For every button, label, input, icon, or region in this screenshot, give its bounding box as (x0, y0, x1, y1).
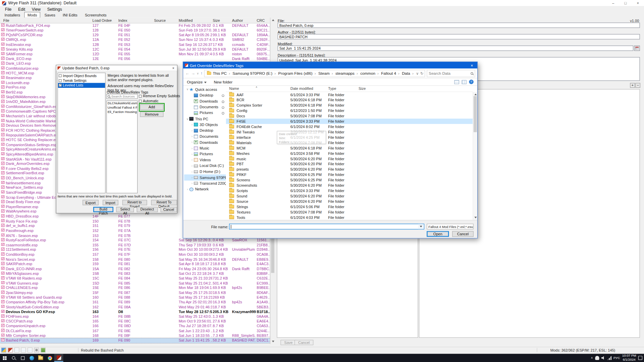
folder-row[interactable]: Materials 5/30/2024 7:08 PM File folder (226, 140, 473, 145)
mod-active-checkbox[interactable] (1, 90, 4, 93)
mod-active-checkbox[interactable] (1, 195, 4, 198)
mod-active-checkbox[interactable] (1, 314, 4, 317)
breadcrumb-item[interactable]: steamapps (334, 71, 359, 75)
mod-active-checkbox[interactable] (1, 147, 4, 150)
tab[interactable]: Screenshots (82, 12, 110, 18)
file-name-field[interactable] (278, 22, 640, 28)
onedrive-icon[interactable] (595, 356, 599, 360)
statusbar-wrye-icon[interactable] (8, 348, 13, 353)
organize-button[interactable]: Organize (187, 80, 206, 84)
mod-active-checkbox[interactable] (1, 33, 4, 36)
address-dropdown-icon[interactable]: ∨ (416, 71, 419, 75)
mod-active-checkbox[interactable] (1, 286, 4, 289)
menu-item[interactable]: View (29, 7, 44, 11)
mod-row[interactable]: CompanionUnpatch.esp 166 FE 08D Thu Jul … (0, 324, 270, 329)
mod-active-checkbox[interactable] (1, 324, 4, 327)
mod-row[interactable]: SAMFormer.esp 12D FE 055 Mon Nov 21 09:3… (0, 52, 270, 57)
menu-item[interactable]: Edit (15, 7, 29, 11)
folder-row[interactable]: F4SE 6/1/2024 3:33 PM File folder (226, 119, 473, 124)
mod-active-checkbox[interactable] (1, 229, 4, 232)
search-button[interactable] (9, 354, 18, 362)
forward-icon[interactable]: → (191, 71, 195, 75)
override-sources-list[interactable]: DLCNukaWorld.esm [AR...Unofficial Fallou… (106, 101, 138, 193)
chevron-icon[interactable]: › (190, 123, 194, 126)
action-center-icon[interactable] (638, 356, 642, 360)
mod-active-checkbox[interactable] (1, 205, 4, 208)
icons-view-icon[interactable] (462, 80, 467, 84)
chevron-icon[interactable]: › (190, 170, 194, 173)
scroll-down-icon[interactable] (272, 341, 274, 342)
mod-active-checkbox[interactable] (1, 291, 4, 294)
sidebar-item[interactable]: ∨ Quick access (184, 86, 226, 93)
folder-row[interactable]: BCR 5/30/2024 6:18 PM File folder (226, 97, 473, 103)
folder-row[interactable]: Screenshots 5/30/2024 6:20 PM File folde… (226, 183, 473, 188)
mod-row[interactable]: Companion Affinity Pip-Boy Tab.esp 161 F… (0, 300, 270, 305)
mod-active-checkbox[interactable] (1, 47, 4, 50)
folder-row[interactable]: PBT 5/30/2024 6:20 PM File folder (226, 161, 473, 167)
mod-active-checkbox[interactable] (1, 28, 4, 31)
statusbar-doc-icon[interactable] (28, 348, 33, 353)
chevron-icon[interactable]: › (190, 129, 194, 132)
sidebar-item[interactable]: Desktop (184, 93, 226, 99)
mod-row[interactable]: Devious Devices GO KP.esp 163 D8 Tue May… (0, 310, 270, 314)
mod-row[interactable]: Dank_ECO-INNR.esp 15A FE 082 Fri May 24 … (0, 267, 270, 272)
scrollbar-thumb[interactable] (474, 96, 477, 132)
breadcrumb-item[interactable]: common (359, 71, 380, 75)
mod-active-checkbox[interactable] (1, 38, 4, 41)
breadcrumb-item[interactable]: This PC (212, 71, 231, 75)
taskbar-wrye-flash[interactable] (54, 354, 63, 362)
dialog-button[interactable]: Revert to Saved (122, 200, 147, 205)
mod-row[interactable]: 2pacSkimpy.esp 15F FE 087 Sat May 25 17:… (0, 291, 270, 295)
source-item[interactable]: DLCNukaWorld.esm [AR... (107, 101, 137, 106)
mod-active-checkbox[interactable] (1, 85, 4, 88)
mod-row[interactable]: ConditionBoy.esp 157 FE 07F Mon Oct 30 1… (0, 252, 270, 257)
patch-option[interactable]: Leveled Lists (58, 83, 105, 87)
mod-row[interactable]: Dank_ECO.esp 12E FE 056 Dank Rafft 594BE… (0, 57, 270, 61)
sidebar-item[interactable]: › Samsung 970PRO (E: (184, 175, 226, 181)
mod-active-checkbox[interactable] (1, 100, 4, 103)
column-index[interactable]: Index (118, 18, 127, 22)
column-file[interactable]: File (3, 18, 9, 22)
mod-active-checkbox[interactable] (1, 71, 4, 74)
chevron-icon[interactable]: › (190, 182, 194, 185)
mod-row[interactable]: RutahTattooPack_FO4.esp 127 FE 04F Fri F… (0, 23, 270, 28)
mod-active-checkbox[interactable] (1, 281, 4, 284)
mod-row[interactable]: CMRQL.esp 12A FE 052 Sun Nov 12 15:37:4.… (0, 38, 270, 43)
tab[interactable]: Installers (1, 12, 23, 18)
mod-active-checkbox[interactable] (1, 57, 4, 60)
column-modified[interactable]: Modified (179, 18, 193, 22)
mod-active-checkbox[interactable] (1, 252, 4, 255)
folder-row[interactable]: PRKF 5/30/2024 6:25 PM File folder (226, 172, 473, 177)
dialog-close-icon[interactable]: × (170, 66, 177, 70)
minimize-button[interactable]: – (607, 0, 620, 6)
dialog-button[interactable]: Export (83, 200, 98, 205)
mod-active-checkbox[interactable] (1, 105, 4, 108)
mod-active-checkbox[interactable] (1, 257, 4, 260)
search-sources-input[interactable]: Search Sources (106, 94, 138, 99)
folder-row[interactable]: music 5/30/2024 6:20 PM File folder (226, 156, 473, 161)
scroll-up-icon[interactable] (272, 19, 274, 21)
breadcrumb-item[interactable]: Program Files (x86) (277, 71, 317, 75)
task-view-button[interactable] (18, 354, 27, 362)
folder-row[interactable]: Textures 5/30/2024 7:08 PM File folder (226, 209, 473, 215)
dropdown-icon[interactable] (418, 224, 424, 229)
file-name-input[interactable] (229, 224, 424, 229)
mod-row[interactable]: Nora's Secret.esp 158 FE 080 Sat May 25 … (0, 257, 270, 262)
column-date-modified[interactable]: Date modified (290, 86, 313, 90)
mod-active-checkbox[interactable] (1, 300, 4, 303)
mod-active-checkbox[interactable] (1, 190, 4, 193)
sidebar-item[interactable]: › D Home (D:) (184, 169, 226, 175)
column-type[interactable]: Type (328, 86, 336, 90)
sidebar-item[interactable]: › 3D Objects (184, 122, 226, 128)
volume-icon[interactable] (601, 356, 605, 360)
chevron-icon[interactable]: › (190, 159, 194, 162)
column-name[interactable]: Name (229, 86, 239, 90)
mod-row[interactable]: 111Settlement.esp 156 FE 07E Mon Oct 30 … (0, 248, 270, 252)
tab[interactable]: Saves (41, 12, 59, 18)
sidebar-item[interactable]: › Documents (184, 133, 226, 139)
folder-row[interactable]: Source 5/30/2024 6:20 PM File folder (226, 199, 473, 204)
statusbar-doc-icon[interactable] (21, 348, 26, 353)
dialog-button[interactable]: Select All (116, 207, 134, 212)
remove-tag-button[interactable]: − (635, 83, 640, 88)
mod-active-checkbox[interactable] (1, 128, 4, 131)
